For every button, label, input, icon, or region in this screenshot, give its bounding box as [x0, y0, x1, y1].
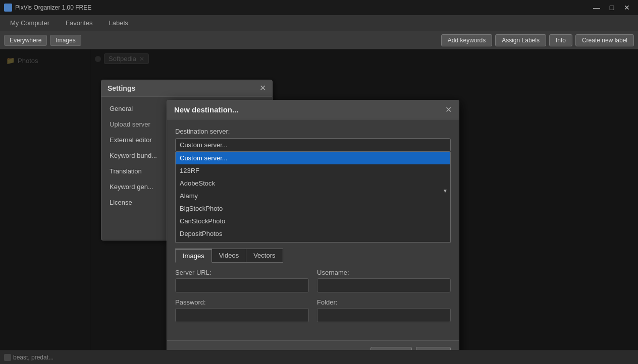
form-row-2: Password: Folder:	[175, 298, 451, 322]
server-url-input[interactable]	[175, 278, 309, 292]
assign-labels-button[interactable]: Assign Labels	[495, 34, 546, 46]
password-group: Password:	[175, 298, 309, 322]
tab-videos[interactable]: Videos	[211, 249, 247, 263]
maximize-button[interactable]: □	[605, 2, 619, 13]
server-url-group: Server URL:	[175, 269, 309, 292]
username-group: Username:	[317, 269, 451, 292]
tab-my-computer[interactable]: My Computer	[2, 17, 58, 29]
info-button[interactable]: Info	[549, 34, 572, 46]
destination-server-label: Destination server:	[175, 128, 451, 135]
settings-title: Settings	[108, 84, 135, 92]
dialog-titlebar: New destination... ✕	[167, 100, 459, 119]
folder-input[interactable]	[317, 308, 451, 322]
dropdown-option-adobestock[interactable]: AdobeStock	[176, 177, 450, 190]
dropdown-selected-text: Custom server...	[180, 141, 228, 149]
dropdown-option-alamy[interactable]: Alamy	[176, 190, 450, 202]
folder-label: Folder:	[317, 298, 451, 306]
server-url-label: Server URL:	[175, 269, 309, 276]
dropdown-option-123rf[interactable]: 123RF	[176, 164, 450, 177]
filter-everywhere-button[interactable]: Everywhere	[4, 35, 47, 46]
app-title: PixVis Organizer 1.00 FREE	[15, 4, 91, 11]
nav-tabs: My Computer Favorites Labels	[0, 15, 638, 31]
status-text: beast, predat...	[13, 354, 54, 361]
toolbar: Everywhere Images Add keywords Assign La…	[0, 31, 638, 49]
dialog-tabs: Images Videos Vectors	[175, 249, 451, 263]
minimize-button[interactable]: —	[590, 2, 604, 13]
destination-server-dropdown-container: Custom server... ▼ Custom server... 123R…	[175, 138, 451, 242]
dialog-close-button[interactable]: ✕	[445, 106, 452, 114]
form-row-1: Server URL: Username:	[175, 269, 451, 292]
create-new-label-button[interactable]: Create new label	[575, 34, 634, 46]
tab-vectors[interactable]: Vectors	[246, 249, 283, 263]
content-area: 📁 Photos Softpedia ✕ Settings ✕	[0, 49, 638, 364]
username-label: Username:	[317, 269, 451, 276]
dialog-body: Destination server: Custom server... ▼ C…	[167, 119, 459, 336]
dropdown-option-custom[interactable]: Custom server...	[176, 152, 450, 164]
dropdown-option-dreamstime[interactable]: Dreamstime	[176, 240, 450, 242]
app-area: My Computer Favorites Labels Everywhere …	[0, 15, 638, 364]
app-icon	[4, 4, 12, 12]
titlebar-controls: — □ ✕	[590, 2, 634, 13]
statusbar: beast, predat...	[0, 350, 638, 364]
folder-group: Folder:	[317, 298, 451, 322]
settings-close-button[interactable]: ✕	[259, 84, 266, 92]
destination-server-dropdown[interactable]: Custom server...	[175, 138, 451, 152]
settings-titlebar: Settings ✕	[101, 80, 272, 97]
dialog-title: New destination...	[174, 105, 239, 114]
add-keywords-button[interactable]: Add keywords	[441, 34, 492, 46]
tab-images[interactable]: Images	[175, 249, 212, 263]
status-icon	[4, 354, 11, 361]
dropdown-option-depositphotos[interactable]: DepositPhotos	[176, 227, 450, 240]
password-label: Password:	[175, 298, 309, 306]
dropdown-list: Custom server... 123RF AdobeStock Alamy …	[175, 152, 451, 242]
status-item: beast, predat...	[4, 354, 54, 361]
titlebar: PixVis Organizer 1.00 FREE — □ ✕	[0, 0, 638, 15]
tab-labels[interactable]: Labels	[101, 17, 136, 29]
new-destination-dialog: New destination... ✕ Destination server:…	[167, 100, 459, 364]
dropdown-option-canstockphoto[interactable]: CanStockPhoto	[176, 215, 450, 227]
username-input[interactable]	[317, 278, 451, 292]
dropdown-option-bigstockphoto[interactable]: BigStockPhoto	[176, 202, 450, 215]
tab-favorites[interactable]: Favorites	[58, 17, 100, 29]
app-close-button[interactable]: ✕	[620, 2, 634, 13]
password-input[interactable]	[175, 308, 309, 322]
images-button[interactable]: Images	[50, 35, 81, 46]
titlebar-left: PixVis Organizer 1.00 FREE	[4, 4, 91, 12]
